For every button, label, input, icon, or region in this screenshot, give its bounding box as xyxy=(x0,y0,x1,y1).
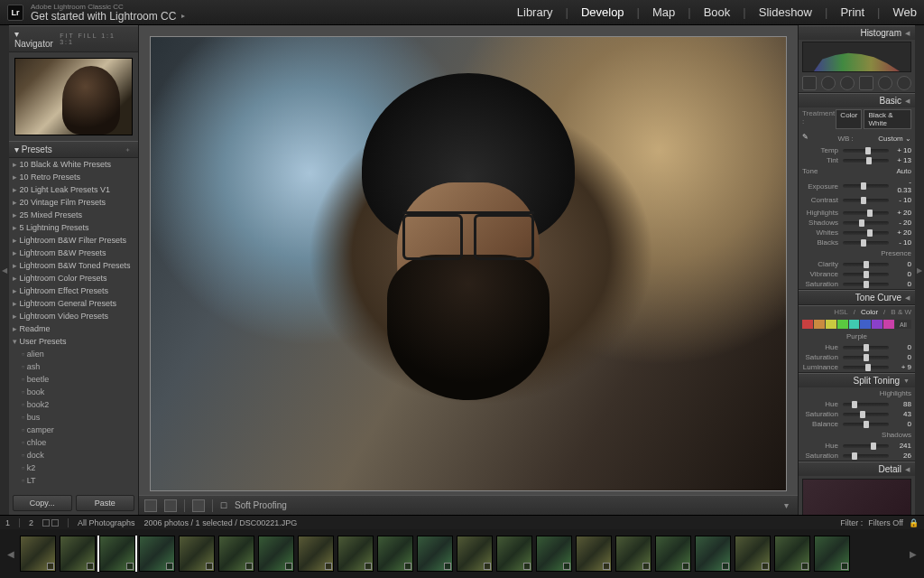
hsl-tab-hsl[interactable]: HSL xyxy=(834,308,848,316)
slider-clarity[interactable]: Clarity0 xyxy=(799,259,915,269)
filter-dropdown[interactable]: Filters Off xyxy=(868,518,903,527)
user-preset[interactable]: camper xyxy=(9,424,138,436)
filmstrip-thumb[interactable] xyxy=(695,536,731,572)
image-canvas[interactable] xyxy=(150,36,787,491)
filmstrip-thumb[interactable] xyxy=(536,536,572,572)
grid-view-icon[interactable] xyxy=(42,519,50,527)
filmstrip-thumb[interactable] xyxy=(814,536,850,572)
preset-folder[interactable]: Lightroom Video Presets xyxy=(9,310,138,322)
filmstrip-thumb[interactable] xyxy=(179,536,215,572)
paste-button[interactable]: Paste xyxy=(76,495,135,511)
slider-saturation[interactable]: Saturation0 xyxy=(799,279,915,289)
color-swatch[interactable] xyxy=(849,320,860,329)
module-library[interactable]: Library xyxy=(517,5,553,19)
filmstrip-thumb[interactable] xyxy=(496,536,532,572)
preset-folder[interactable]: Lightroom B&W Filter Presets xyxy=(9,234,138,247)
filmstrip-thumb[interactable] xyxy=(218,536,254,572)
copy-button[interactable]: Copy... xyxy=(13,495,72,511)
user-preset[interactable]: alien xyxy=(9,348,138,360)
tonecurve-title[interactable]: Tone Curve xyxy=(855,293,901,303)
grad-filter-icon[interactable] xyxy=(859,76,873,90)
module-book[interactable]: Book xyxy=(704,5,731,19)
filmstrip-thumb[interactable] xyxy=(377,536,413,572)
spot-removal-icon[interactable] xyxy=(821,76,836,90)
module-slideshow[interactable]: Slideshow xyxy=(759,5,812,19)
navigator-preview[interactable] xyxy=(9,52,138,141)
user-preset[interactable]: book xyxy=(9,386,138,398)
module-map[interactable]: Map xyxy=(652,5,675,19)
color-swatch[interactable] xyxy=(872,320,882,329)
filmstrip-thumb[interactable] xyxy=(20,536,56,572)
filmstrip-thumb[interactable] xyxy=(417,536,453,572)
module-develop[interactable]: Develop xyxy=(581,5,624,19)
slider-shadows[interactable]: Shadows- 20 xyxy=(799,218,915,228)
slider-temp[interactable]: Temp+ 10 xyxy=(799,145,915,155)
detail-preview[interactable] xyxy=(802,479,911,518)
filter-lock-icon[interactable]: 🔒 xyxy=(909,518,919,527)
preset-folder[interactable]: 20 Light Leak Presets V1 xyxy=(9,183,138,196)
user-preset[interactable]: ash xyxy=(9,360,138,373)
collection-name[interactable]: All Photographs xyxy=(78,518,135,527)
slider-whites[interactable]: Whites+ 20 xyxy=(799,228,915,238)
sort-icon[interactable] xyxy=(51,519,59,527)
module-web[interactable]: Web xyxy=(893,5,918,19)
preset-folder[interactable]: Lightroom Color Presets xyxy=(9,272,138,284)
user-preset[interactable]: dock xyxy=(9,449,138,461)
preset-folder[interactable]: 20 Vintage Film Presets xyxy=(9,196,138,209)
preset-folder[interactable]: Lightroom Effect Presets xyxy=(9,284,138,297)
presets-header[interactable]: ▾ Presets ＋ xyxy=(9,141,138,158)
slider-exposure[interactable]: Exposure- 0.33 xyxy=(799,177,915,195)
page-2[interactable]: 2 xyxy=(29,518,33,527)
slider-hue[interactable]: Hue88 xyxy=(799,399,915,409)
redeye-tool-icon[interactable] xyxy=(840,76,855,90)
user-preset[interactable]: k2 xyxy=(9,461,138,474)
slider-saturation[interactable]: Saturation0 xyxy=(799,352,915,362)
user-preset[interactable]: beetle xyxy=(9,373,138,386)
slider-highlights[interactable]: Highlights+ 20 xyxy=(799,208,915,218)
identity-dropdown-icon[interactable]: ▸ xyxy=(181,13,185,20)
preset-folder[interactable]: 5 Lightning Presets xyxy=(9,221,138,234)
filmstrip-thumb[interactable] xyxy=(60,536,96,572)
preset-folder[interactable]: Lightroom General Presets xyxy=(9,297,138,310)
filmstrip-thumb[interactable] xyxy=(576,536,612,572)
preset-folder[interactable]: 10 Black & White Presets xyxy=(9,158,138,171)
before-after-icon[interactable] xyxy=(164,499,177,512)
user-preset[interactable]: bus xyxy=(9,411,138,424)
color-swatch[interactable] xyxy=(883,320,894,329)
left-panel-collapse[interactable] xyxy=(0,25,9,515)
color-swatch-all[interactable]: All xyxy=(895,320,911,329)
filmstrip-thumb[interactable] xyxy=(774,536,810,572)
slider-contrast[interactable]: Contrast- 10 xyxy=(799,195,915,205)
slider-hue[interactable]: Hue241 xyxy=(799,441,915,451)
preset-folder[interactable]: Lightroom B&W Presets xyxy=(9,247,138,259)
user-preset[interactable]: book2 xyxy=(9,398,138,411)
presets-add-icon[interactable]: ＋ xyxy=(125,145,133,154)
slider-hue[interactable]: Hue0 xyxy=(799,342,915,352)
color-swatch[interactable] xyxy=(837,320,848,329)
filmstrip-scroll-left[interactable]: ◀ xyxy=(5,533,16,574)
filmstrip-thumb[interactable] xyxy=(655,536,691,572)
loupe-view-icon[interactable] xyxy=(144,499,157,512)
ref-view-icon[interactable] xyxy=(192,499,205,512)
slider-saturation[interactable]: Saturation43 xyxy=(799,409,915,419)
filmstrip-thumb[interactable] xyxy=(337,536,374,572)
slider-luminance[interactable]: Luminance+ 9 xyxy=(799,362,915,372)
filmstrip-thumb[interactable] xyxy=(99,536,135,572)
user-preset[interactable]: LT xyxy=(9,474,138,487)
crop-tool-icon[interactable] xyxy=(802,76,817,90)
filmstrip-scroll-right[interactable]: ▶ xyxy=(908,533,919,574)
hsl-tab-bw[interactable]: B & W xyxy=(891,308,911,316)
filmstrip-thumb[interactable] xyxy=(615,536,651,572)
wb-preset-dropdown[interactable]: Custom ⌄ xyxy=(878,135,911,143)
color-swatch[interactable] xyxy=(814,320,825,329)
radial-filter-icon[interactable] xyxy=(878,76,892,90)
preset-folder[interactable]: Readme xyxy=(9,322,138,335)
hsl-tab-color[interactable]: Color xyxy=(861,308,878,316)
slider-tint[interactable]: Tint+ 13 xyxy=(799,155,915,165)
navigator-header[interactable]: ▾ Navigator FIT FILL 1:1 3:1 xyxy=(9,25,138,52)
preset-folder[interactable]: 10 Retro Presets xyxy=(9,171,138,183)
wb-eyedropper-icon[interactable]: ✎ xyxy=(802,133,813,144)
app-tagline[interactable]: Get started with Lightroom CC xyxy=(31,11,176,22)
preset-folder-user[interactable]: User Presets xyxy=(9,335,138,348)
detail-title[interactable]: Detail xyxy=(878,464,901,474)
